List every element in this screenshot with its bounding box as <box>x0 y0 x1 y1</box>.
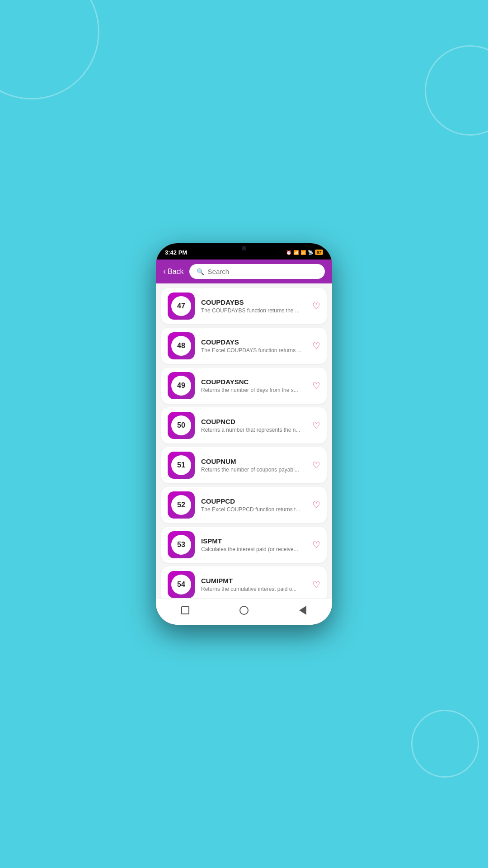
item-content: COUPPCD The Excel COUPPCD function retur… <box>201 497 306 513</box>
status-icons: ⏰ 📶 📶 📡 87 <box>286 250 323 255</box>
item-content: COUPDAYS The Excel COUPDAYS function ret… <box>201 338 306 354</box>
back-label: Back <box>168 268 184 276</box>
square-icon <box>181 606 189 614</box>
phone-frame: 3:42 PM ⏰ 📶 📶 📡 87 ‹ Back 🔍 <box>156 243 332 625</box>
favorite-button[interactable]: ♡ <box>312 301 320 311</box>
nav-bar <box>156 598 332 625</box>
item-number: 50 <box>171 415 191 435</box>
item-title: COUPPCD <box>201 497 306 505</box>
signal-icon1: 📶 <box>293 250 299 255</box>
alarm-icon: ⏰ <box>286 250 291 255</box>
item-badge: 47 <box>168 292 195 320</box>
camera <box>242 246 246 250</box>
triangle-icon <box>299 606 306 615</box>
item-content: COUPNUM Returns the number of coupons pa… <box>201 458 306 473</box>
item-content: ISPMT Calculates the interest paid (or r… <box>201 537 306 552</box>
item-badge: 53 <box>168 531 195 558</box>
functions-list: 47 COUPDAYBS The COUPDAYBS function retu… <box>156 283 332 598</box>
item-badge: 51 <box>168 452 195 479</box>
item-badge: 49 <box>168 372 195 399</box>
list-item[interactable]: 47 COUPDAYBS The COUPDAYBS function retu… <box>161 288 327 324</box>
item-title: COUPNUM <box>201 458 306 465</box>
list-item[interactable]: 52 COUPPCD The Excel COUPPCD function re… <box>161 487 327 523</box>
item-number: 49 <box>171 376 191 396</box>
favorite-button[interactable]: ♡ <box>312 380 320 391</box>
phone-screen: 3:42 PM ⏰ 📶 📶 📡 87 ‹ Back 🔍 <box>156 243 332 625</box>
list-item[interactable]: 51 COUPNUM Returns the number of coupons… <box>161 447 327 483</box>
item-title: COUPNCD <box>201 418 306 425</box>
list-item[interactable]: 50 COUPNCD Returns a number that represe… <box>161 407 327 443</box>
search-bar[interactable]: 🔍 <box>189 264 325 279</box>
signal-icon2: 📶 <box>300 250 306 255</box>
favorite-button[interactable]: ♡ <box>312 460 320 471</box>
item-badge: 50 <box>168 412 195 439</box>
item-desc: Calculates the interest paid (or receive… <box>201 546 306 552</box>
wifi-icon: 📡 <box>308 250 313 255</box>
list-item[interactable]: 53 ISPMT Calculates the interest paid (o… <box>161 527 327 563</box>
item-title: COUPDAYBS <box>201 298 306 306</box>
list-item[interactable]: 48 COUPDAYS The Excel COUPDAYS function … <box>161 328 327 364</box>
item-desc: Returns the number of days from the s... <box>201 387 306 393</box>
back-nav-button[interactable] <box>296 603 310 618</box>
search-input[interactable] <box>208 268 318 275</box>
item-content: COUPNCD Returns a number that represents… <box>201 418 306 433</box>
item-desc: Returns the number of coupons payabl... <box>201 467 306 473</box>
item-content: COUPDAYSNC Returns the number of days fr… <box>201 378 306 393</box>
notch <box>217 243 271 254</box>
item-number: 47 <box>171 296 191 316</box>
favorite-button[interactable]: ♡ <box>312 340 320 351</box>
back-button[interactable]: ‹ Back <box>163 267 184 276</box>
item-number: 54 <box>171 575 191 594</box>
item-badge: 52 <box>168 491 195 519</box>
item-title: ISPMT <box>201 537 306 545</box>
search-icon: 🔍 <box>197 268 204 275</box>
status-time: 3:42 PM <box>165 249 187 256</box>
item-content: COUPDAYBS The COUPDAYBS function returns… <box>201 298 306 314</box>
square-nav-button[interactable] <box>178 603 192 618</box>
item-desc: Returns the cumulative interest paid o..… <box>201 586 306 592</box>
item-title: COUPDAYS <box>201 338 306 346</box>
item-title: COUPDAYSNC <box>201 378 306 386</box>
item-number: 52 <box>171 495 191 515</box>
item-desc: The Excel COUPDAYS function returns ... <box>201 347 306 354</box>
circle-icon <box>239 606 249 615</box>
list-item[interactable]: 54 CUMIPMT Returns the cumulative intere… <box>161 566 327 598</box>
item-title: CUMIPMT <box>201 577 306 585</box>
header: ‹ Back 🔍 <box>156 259 332 283</box>
back-chevron-icon: ‹ <box>163 267 166 276</box>
list-item[interactable]: 49 COUPDAYSNC Returns the number of days… <box>161 368 327 404</box>
battery-icon: 87 <box>315 250 323 255</box>
item-desc: The COUPDAYBS function returns the ... <box>201 307 306 314</box>
favorite-button[interactable]: ♡ <box>312 579 320 590</box>
item-content: CUMIPMT Returns the cumulative interest … <box>201 577 306 592</box>
item-number: 48 <box>171 336 191 356</box>
favorite-button[interactable]: ♡ <box>312 500 320 510</box>
item-desc: The Excel COUPPCD function returns t... <box>201 506 306 513</box>
item-badge: 48 <box>168 332 195 359</box>
home-nav-button[interactable] <box>237 603 251 618</box>
item-badge: 54 <box>168 571 195 598</box>
item-number: 51 <box>171 455 191 475</box>
favorite-button[interactable]: ♡ <box>312 420 320 431</box>
item-desc: Returns a number that represents the n..… <box>201 427 306 433</box>
favorite-button[interactable]: ♡ <box>312 539 320 550</box>
item-number: 53 <box>171 535 191 555</box>
